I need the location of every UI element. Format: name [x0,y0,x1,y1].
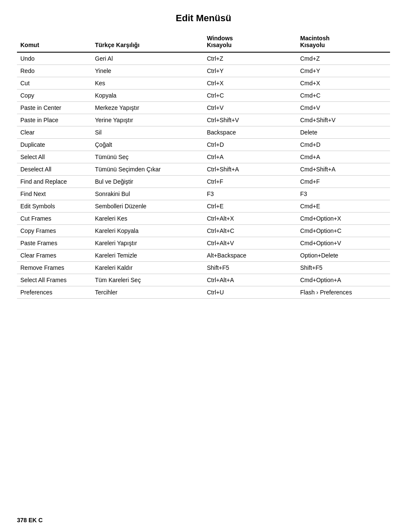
cell-mac: Cmd+E [297,200,390,213]
cell-command: Remove Frames [17,262,92,274]
table-row: Select All FramesTüm Kareleri SeçCtrl+Al… [17,274,390,286]
table-row: CopyKopyalaCtrl+CCmd+C [17,90,390,102]
cell-turkish: Geri Al [92,52,204,65]
cell-turkish: Kes [92,77,204,90]
cell-turkish: Tümünü Seçimden Çıkar [92,163,204,176]
cell-turkish: Kareleri Kopyala [92,225,204,237]
table-row: Copy FramesKareleri KopyalaCtrl+Alt+CCmd… [17,225,390,237]
header-command: Komut [17,32,92,52]
cell-turkish: Bul ve Değiştir [92,176,204,188]
cell-mac: Cmd+Option+A [297,274,390,286]
cell-mac: Cmd+Option+V [297,237,390,249]
table-row: CutKesCtrl+XCmd+X [17,77,390,90]
header-windows: Windows Kısayolu [204,32,297,52]
table-row: RedoYineleCtrl+YCmd+Y [17,65,390,77]
table-row: Paste in CenterMerkeze YapıştırCtrl+VCmd… [17,102,390,114]
cell-command: Select All [17,151,92,163]
cell-turkish: Tüm Kareleri Seç [92,274,204,286]
cell-command: Deselect All [17,163,92,176]
cell-command: Select All Frames [17,274,92,286]
table-row: PreferencesTercihlerCtrl+UFlash › Prefer… [17,286,390,299]
cell-turkish: Sil [92,126,204,139]
cell-mac: Cmd+A [297,151,390,163]
cell-mac: Cmd+D [297,139,390,151]
cell-mac: Cmd+Shift+V [297,114,390,126]
cell-windows: Shift+F5 [204,262,297,274]
cell-command: Copy Frames [17,225,92,237]
cell-command: Clear Frames [17,249,92,262]
cell-windows: Ctrl+X [204,77,297,90]
cell-windows: Ctrl+Y [204,65,297,77]
header-mac: Macintosh Kısayolu [297,32,390,52]
cell-turkish: Yinele [92,65,204,77]
cell-mac: Flash › Preferences [297,286,390,299]
table-row: UndoGeri AlCtrl+ZCmd+Z [17,52,390,65]
cell-mac: Cmd+V [297,102,390,114]
cell-windows: Ctrl+U [204,286,297,299]
cell-turkish: Kareleri Kes [92,213,204,225]
table-row: Select AllTümünü SeçCtrl+ACmd+A [17,151,390,163]
page-title: Edit Menüsü [17,13,390,24]
header-turkish: Türkçe Karşılığı [92,32,204,52]
cell-mac: Option+Delete [297,249,390,262]
cell-command: Preferences [17,286,92,299]
cell-command: Find and Replace [17,176,92,188]
cell-windows: Ctrl+A [204,151,297,163]
cell-command: Paste Frames [17,237,92,249]
cell-command: Edit Symbols [17,200,92,213]
cell-mac: Cmd+C [297,90,390,102]
page-container: Edit Menüsü Komut Türkçe Karşılığı Windo… [0,0,407,324]
cell-windows: Ctrl+E [204,200,297,213]
cell-mac: Shift+F5 [297,262,390,274]
cell-turkish: Yerine Yapıştır [92,114,204,126]
cell-mac: Cmd+Shift+A [297,163,390,176]
cell-command: Cut [17,77,92,90]
cell-mac: Cmd+X [297,77,390,90]
cell-windows: Ctrl+V [204,102,297,114]
footer-text: 378 EK C [17,517,43,524]
cell-command: Cut Frames [17,213,92,225]
cell-command: Paste in Center [17,102,92,114]
cell-windows: Ctrl+Shift+A [204,163,297,176]
cell-windows: Ctrl+Alt+X [204,213,297,225]
table-row: Find NextSonrakini BulF3F3 [17,188,390,200]
cell-command: Copy [17,90,92,102]
table-header-row: Komut Türkçe Karşılığı Windows Kısayolu … [17,32,390,52]
cell-turkish: Tercihler [92,286,204,299]
cell-turkish: Merkeze Yapıştır [92,102,204,114]
cell-mac: Cmd+Option+C [297,225,390,237]
cell-turkish: Kareleri Temizle [92,249,204,262]
cell-mac: Cmd+Z [297,52,390,65]
cell-mac: Cmd+Option+X [297,213,390,225]
cell-turkish: Sembolleri Düzenle [92,200,204,213]
table-row: Deselect AllTümünü Seçimden ÇıkarCtrl+Sh… [17,163,390,176]
table-row: Clear FramesKareleri TemizleAlt+Backspac… [17,249,390,262]
footer: 378 EK C [17,517,43,524]
cell-command: Redo [17,65,92,77]
table-row: Paste FramesKareleri YapıştırCtrl+Alt+VC… [17,237,390,249]
cell-windows: Ctrl+Z [204,52,297,65]
cell-turkish: Kopyala [92,90,204,102]
table-row: Edit SymbolsSembolleri DüzenleCtrl+ECmd+… [17,200,390,213]
cell-turkish: Tümünü Seç [92,151,204,163]
cell-mac: Delete [297,126,390,139]
table-row: Paste in PlaceYerine YapıştırCtrl+Shift+… [17,114,390,126]
cell-turkish: Sonrakini Bul [92,188,204,200]
cell-windows: Ctrl+D [204,139,297,151]
cell-windows: Ctrl+C [204,90,297,102]
cell-command: Paste in Place [17,114,92,126]
cell-windows: Alt+Backspace [204,249,297,262]
cell-windows: Ctrl+Alt+C [204,225,297,237]
cell-mac: Cmd+F [297,176,390,188]
cell-mac: F3 [297,188,390,200]
cell-windows: Ctrl+Alt+A [204,274,297,286]
shortcuts-table: Komut Türkçe Karşılığı Windows Kısayolu … [17,32,390,299]
cell-command: Undo [17,52,92,65]
table-row: Remove FramesKareleri KaldırShift+F5Shif… [17,262,390,274]
cell-turkish: Çoğalt [92,139,204,151]
cell-windows: F3 [204,188,297,200]
cell-windows: Ctrl+Shift+V [204,114,297,126]
cell-turkish: Kareleri Kaldır [92,262,204,274]
cell-command: Find Next [17,188,92,200]
cell-windows: Ctrl+Alt+V [204,237,297,249]
